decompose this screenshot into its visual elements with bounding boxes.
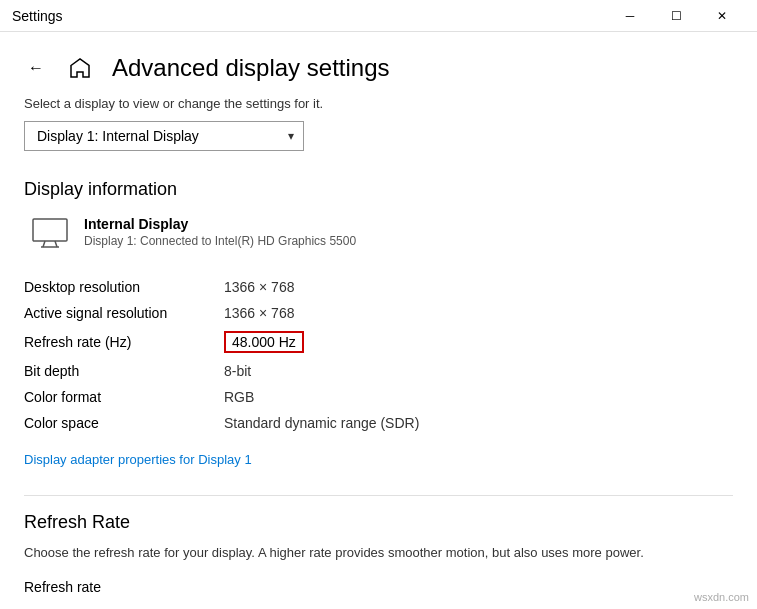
display-name: Internal Display [84,216,356,232]
title-bar-controls: ─ ☐ ✕ [607,0,745,32]
close-button[interactable]: ✕ [699,0,745,32]
title-bar-title: Settings [12,8,63,24]
adapter-link[interactable]: Display adapter properties for Display 1 [24,452,252,467]
monitor-icon [32,218,68,254]
back-button[interactable]: ← [24,55,48,81]
refresh-rate-label: Refresh rate [24,579,101,595]
display-info-section-title: Display information [24,179,733,200]
watermark: wsxdn.com [694,591,749,603]
home-icon [64,52,96,84]
content-area: ← Advanced display settings Select a dis… [0,32,757,609]
maximize-button[interactable]: ☐ [653,0,699,32]
page-title: Advanced display settings [112,54,390,82]
svg-rect-0 [33,219,67,241]
table-row: Bit depth8-bit [24,358,733,384]
info-label: Color format [24,384,224,410]
table-row: Active signal resolution1366 × 768 [24,300,733,326]
title-bar-left: Settings [12,8,63,24]
display-info-card: Internal Display Display 1: Connected to… [24,216,733,254]
table-row: Refresh rate (Hz)48.000 Hz [24,326,733,358]
table-row: Color spaceStandard dynamic range (SDR) [24,410,733,436]
display-info-text: Internal Display Display 1: Connected to… [84,216,356,248]
refresh-description: Choose the refresh rate for your display… [24,543,733,563]
info-value: 48.000 Hz [224,326,733,358]
info-value: 1366 × 768 [224,274,733,300]
select-display-label: Select a display to view or change the s… [24,96,733,111]
display-select-wrapper[interactable]: Display 1: Internal Display ▾ [24,121,304,151]
minimize-button[interactable]: ─ [607,0,653,32]
section-divider [24,495,733,496]
highlighted-value: 48.000 Hz [224,331,304,353]
info-label: Color space [24,410,224,436]
info-label: Refresh rate (Hz) [24,326,224,358]
info-label: Desktop resolution [24,274,224,300]
display-subtitle: Display 1: Connected to Intel(R) HD Grap… [84,234,356,248]
info-value: 1366 × 768 [224,300,733,326]
info-value: Standard dynamic range (SDR) [224,410,733,436]
refresh-rate-section-title: Refresh Rate [24,512,733,533]
info-label: Active signal resolution [24,300,224,326]
title-bar: Settings ─ ☐ ✕ [0,0,757,32]
display-select[interactable]: Display 1: Internal Display [24,121,304,151]
table-row: Color formatRGB [24,384,733,410]
info-value: RGB [224,384,733,410]
page-header: ← Advanced display settings [0,32,757,96]
info-value: 8-bit [224,358,733,384]
table-row: Desktop resolution1366 × 768 [24,274,733,300]
display-info-table: Desktop resolution1366 × 768Active signa… [24,274,733,436]
svg-line-1 [43,241,45,247]
info-label: Bit depth [24,358,224,384]
main-content: Select a display to view or change the s… [0,96,757,609]
svg-line-2 [55,241,57,247]
